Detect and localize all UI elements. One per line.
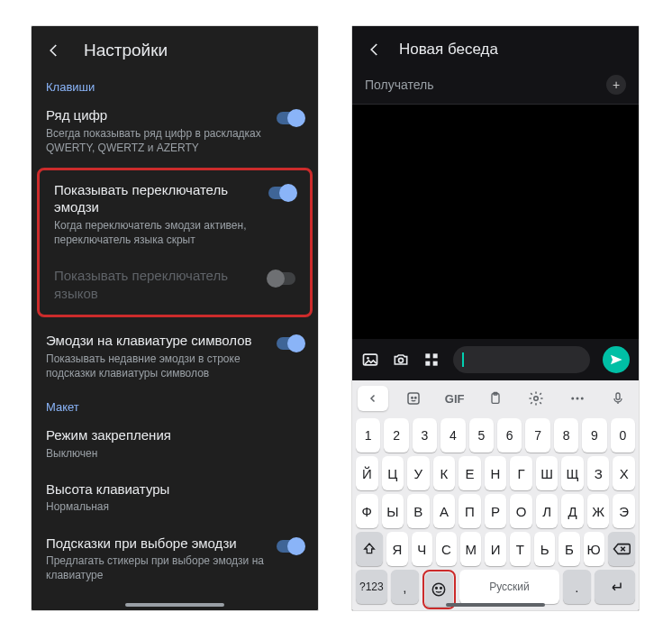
symbols-key[interactable]: ?123 <box>356 570 387 604</box>
setting-emoji-on-symbols[interactable]: Эмодзи на клавиатуре символов Показывать… <box>32 323 318 391</box>
recipient-row[interactable]: Получатель + <box>352 69 639 105</box>
sticker-icon[interactable] <box>398 386 429 411</box>
toggle-language-switch <box>268 272 295 285</box>
key-1[interactable]: 1 <box>356 418 380 453</box>
comma-key[interactable]: , <box>391 570 419 604</box>
mic-icon[interactable] <box>603 386 633 411</box>
period-key[interactable]: . <box>563 570 591 604</box>
key-3[interactable]: 3 <box>413 418 437 453</box>
keyboard-row-3: ЯЧСМИТЬБЮ <box>352 530 639 568</box>
key-6[interactable]: 6 <box>497 418 522 453</box>
svg-point-13 <box>571 398 574 400</box>
clipboard-icon[interactable] <box>480 386 511 411</box>
key-Б[interactable]: Б <box>558 532 579 566</box>
key-Э[interactable]: Э <box>613 494 635 528</box>
key-Ю[interactable]: Ю <box>584 532 604 566</box>
setting-emoji-switch[interactable]: Показывать переключатель эмодзи Когда пе… <box>40 172 310 258</box>
setting-keyboard-height[interactable]: Высота клавиатуры Нормальная <box>32 471 318 526</box>
key-Х[interactable]: Х <box>613 456 635 490</box>
key-Н[interactable]: Н <box>485 456 507 490</box>
toggle-number-row[interactable] <box>277 112 304 124</box>
key-М[interactable]: М <box>460 532 481 566</box>
more-icon[interactable] <box>562 386 593 411</box>
toggle-emoji-hints[interactable] <box>277 540 304 553</box>
svg-point-17 <box>433 583 445 595</box>
key-Ж[interactable]: Ж <box>587 494 610 528</box>
key-У[interactable]: У <box>407 456 430 490</box>
android-nav-bar[interactable] <box>125 603 224 607</box>
svg-point-15 <box>580 398 583 400</box>
key-Д[interactable]: Д <box>561 494 584 528</box>
key-О[interactable]: О <box>510 494 532 528</box>
setting-label: Показывать переключатель языков <box>54 267 261 302</box>
key-Ь[interactable]: Ь <box>534 532 555 566</box>
key-А[interactable]: А <box>433 494 456 528</box>
svg-rect-5 <box>425 361 430 366</box>
chevron-left-icon[interactable] <box>358 386 388 411</box>
apps-icon[interactable] <box>422 351 440 369</box>
key-Р[interactable]: Р <box>485 494 507 528</box>
svg-rect-3 <box>425 353 430 358</box>
svg-point-12 <box>534 397 539 401</box>
toggle-emoji-on-symbols[interactable] <box>277 337 304 350</box>
key-Ч[interactable]: Ч <box>412 532 432 566</box>
svg-point-2 <box>399 358 404 362</box>
key-9[interactable]: 9 <box>582 418 606 453</box>
svg-rect-4 <box>433 353 438 358</box>
svg-point-1 <box>367 357 369 360</box>
back-icon[interactable] <box>367 41 383 58</box>
key-Л[interactable]: Л <box>536 494 558 528</box>
settings-icon[interactable] <box>521 386 551 411</box>
keyboard-number-row: 1234567890 <box>352 416 639 454</box>
add-recipient-button[interactable]: + <box>606 75 626 95</box>
key-7[interactable]: 7 <box>525 418 549 453</box>
setting-docking-mode[interactable]: Режим закрепления Выключен <box>32 417 318 471</box>
setting-sub: Когда переключатель эмодзи активен, пере… <box>54 218 261 247</box>
space-key[interactable]: Русский <box>459 570 559 604</box>
key-0[interactable]: 0 <box>611 418 635 453</box>
android-nav-bar[interactable] <box>446 603 545 607</box>
key-П[interactable]: П <box>459 494 481 528</box>
gif-button[interactable]: GIF <box>440 386 470 411</box>
key-Т[interactable]: Т <box>510 532 531 566</box>
key-В[interactable]: В <box>407 494 430 528</box>
setting-label: Высота клавиатуры <box>46 480 296 498</box>
key-Г[interactable]: Г <box>510 456 532 490</box>
backspace-key[interactable] <box>608 532 635 566</box>
toggle-emoji-switch[interactable] <box>268 187 295 199</box>
key-5[interactable]: 5 <box>469 418 494 453</box>
key-К[interactable]: К <box>433 456 456 490</box>
setting-emoji-hints[interactable]: Подсказки при выборе эмодзи Предлагать с… <box>32 526 318 594</box>
key-Ц[interactable]: Ц <box>382 456 404 490</box>
message-input[interactable] <box>453 346 590 373</box>
key-Е[interactable]: Е <box>459 456 481 490</box>
key-С[interactable]: С <box>436 532 457 566</box>
key-8[interactable]: 8 <box>554 418 578 453</box>
key-Ш[interactable]: Ш <box>536 456 558 490</box>
svg-point-18 <box>436 588 438 590</box>
back-icon[interactable] <box>46 42 62 59</box>
send-button[interactable] <box>603 346 630 373</box>
setting-label: Режим закрепления <box>46 426 296 444</box>
gallery-icon[interactable] <box>361 351 379 369</box>
key-2[interactable]: 2 <box>384 418 408 453</box>
enter-key[interactable] <box>595 570 635 604</box>
messaging-screen: Новая беседа Получатель + GIF <box>351 25 640 611</box>
key-Я[interactable]: Я <box>386 532 407 566</box>
compose-bar <box>352 339 639 380</box>
key-Щ[interactable]: Щ <box>561 456 584 490</box>
svg-point-9 <box>415 398 417 399</box>
key-4[interactable]: 4 <box>440 418 465 453</box>
shift-key[interactable] <box>356 532 383 566</box>
key-Ф[interactable]: Ф <box>356 494 378 528</box>
chat-body <box>352 105 639 339</box>
key-Ы[interactable]: Ы <box>382 494 404 528</box>
setting-sub: Выключен <box>46 446 296 461</box>
key-З[interactable]: З <box>587 456 610 490</box>
camera-icon[interactable] <box>392 351 410 369</box>
key-И[interactable]: И <box>485 532 505 566</box>
setting-label: Ряд цифр <box>46 106 269 124</box>
emoji-key[interactable] <box>425 572 453 607</box>
key-Й[interactable]: Й <box>356 456 378 490</box>
setting-number-row[interactable]: Ряд цифр Всегда показывать ряд цифр в ра… <box>32 97 318 166</box>
